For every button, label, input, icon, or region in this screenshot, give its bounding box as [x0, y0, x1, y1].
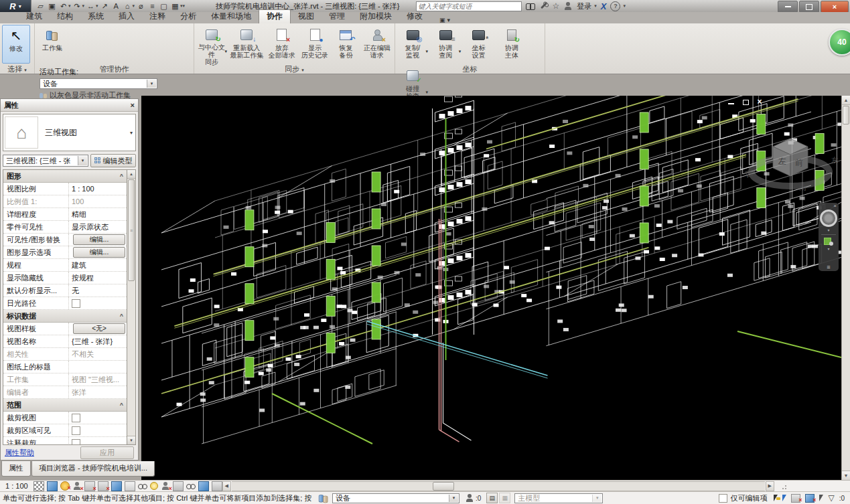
relinquish-all-button[interactable]: × 放弃全部请求 — [267, 25, 297, 66]
view-close-button[interactable]: × — [756, 98, 764, 106]
scroll-down-icon[interactable]: ▼ — [842, 471, 850, 480]
reveal-constraints-icon[interactable] — [212, 481, 222, 491]
vertical-scrollbar[interactable]: ▲ ▼ — [841, 96, 850, 480]
undo-dropdown-icon[interactable]: ▾ — [68, 3, 71, 9]
panel-label-select[interactable]: 选择 ▾ — [0, 65, 34, 74]
viewcube-left-label[interactable]: 左 — [778, 157, 786, 166]
tab-modify[interactable]: 修改 — [399, 10, 430, 23]
property-row[interactable]: 可见性/图形替换编辑... — [3, 234, 127, 246]
search-icon[interactable] — [526, 1, 535, 11]
subscription-icon[interactable] — [537, 0, 551, 13]
tab-structure[interactable]: 结构 — [50, 10, 80, 23]
redo-dropdown-icon[interactable]: ▾ — [82, 3, 85, 9]
tab-view[interactable]: 视图 — [291, 10, 322, 23]
property-row[interactable]: 视图比例1 : 100 — [3, 183, 127, 195]
property-row[interactable]: 裁剪区域可见 — [3, 424, 127, 437]
restore-button[interactable] — [799, 1, 819, 13]
property-row[interactable]: 视图样板<无> — [3, 323, 127, 335]
scroll-right-icon[interactable]: ▶ — [766, 481, 774, 491]
lock-3d-view-icon[interactable] — [125, 481, 135, 491]
properties-header[interactable]: 属性 × — [1, 99, 138, 112]
select-links-icon[interactable] — [774, 495, 778, 501]
tab-analyze[interactable]: 分析 — [173, 10, 204, 23]
show-crop-region-icon[interactable] — [111, 481, 122, 491]
design-options-icon[interactable]: ▤ — [486, 493, 498, 503]
filter-icon[interactable]: ▽ — [828, 494, 834, 502]
tab-architecture[interactable]: 建筑 — [19, 10, 50, 23]
worksharing-display-icon[interactable]: × — [161, 482, 170, 491]
wheel-dropdown-icon[interactable]: ▾ — [827, 228, 829, 232]
tab-annotate[interactable]: 注释 — [142, 10, 173, 23]
modify-button[interactable]: ↖ 修改 — [2, 25, 30, 64]
tab-massing-site[interactable]: 体量和场地 — [204, 10, 259, 23]
reveal-hidden-elements-icon[interactable] — [150, 482, 158, 490]
section-extents[interactable]: 范围^ — [3, 399, 127, 412]
viewcube-front-label[interactable]: 前 — [795, 158, 803, 167]
close-icon[interactable]: × — [131, 101, 135, 109]
resize-grip[interactable] — [778, 482, 788, 491]
property-row[interactable]: 裁剪视图 — [3, 412, 127, 424]
editing-requests-button[interactable]: × 正在编辑请求 — [362, 25, 393, 66]
property-row[interactable]: 详细程度精细 — [3, 208, 127, 221]
editable-only-checkbox[interactable] — [719, 494, 727, 503]
panel-label-synchronize[interactable]: 同步 ▾ — [194, 65, 395, 74]
show-history-button[interactable]: ● 显示历史记录 — [299, 25, 330, 66]
vertical-scroll-thumb[interactable] — [843, 106, 849, 124]
viewcube-south-label[interactable]: 南 — [799, 183, 806, 191]
scroll-up-icon[interactable]: ▲ — [127, 170, 135, 179]
tab-collaborate[interactable]: 协作 — [259, 9, 291, 23]
temporary-hide-isolate-icon[interactable] — [138, 482, 147, 491]
view-template-button[interactable]: <无> — [73, 323, 125, 334]
select-by-face-icon[interactable]: × — [805, 494, 814, 503]
property-row[interactable]: 图形显示选项编辑... — [3, 246, 127, 259]
coordination-review-button[interactable]: ≡ 协调查阅 ▾ — [430, 25, 461, 66]
communication-center-badge[interactable]: 40 — [829, 29, 850, 56]
coordination-settings-button[interactable]: * 坐标设置 — [464, 25, 494, 66]
tab-insert[interactable]: 插入 — [111, 10, 142, 23]
active-workset-select[interactable]: 设备 ▾ — [40, 78, 157, 89]
zoom-dropdown-icon[interactable]: ▾ — [827, 246, 829, 251]
close-button[interactable]: × — [821, 1, 849, 13]
property-row[interactable]: 注释裁剪 — [3, 437, 127, 445]
tab-addins[interactable]: 附加模块 — [352, 10, 399, 23]
instance-selector[interactable]: 三维视图: {三维 - 张 ▾ — [3, 155, 88, 167]
section-identity-data[interactable]: 标识数据^ — [3, 310, 127, 323]
user-icon[interactable] — [563, 1, 573, 11]
annotation-crop-checkbox[interactable] — [72, 439, 80, 446]
favorites-star-icon[interactable]: ☆ — [553, 1, 560, 11]
copy-monitor-button[interactable]: ◎ 复制/监视 ▾ — [397, 25, 428, 66]
tab-project-browser[interactable]: 项目浏览器 - 技师学院机电培训... — [31, 461, 155, 477]
shadows-icon[interactable]: × — [84, 481, 95, 491]
property-row[interactable]: 零件可见性显示原状态 — [3, 221, 127, 234]
properties-scrollbar[interactable]: ▲ ≡ ▼ — [127, 169, 136, 445]
collapse-icon[interactable]: ^ — [120, 313, 123, 319]
zoom-icon[interactable] — [824, 238, 833, 246]
highlight-displacement-icon[interactable] — [198, 481, 209, 491]
select-pinned-icon[interactable]: × — [791, 494, 800, 503]
worksets-button[interactable]: 工作集 — [37, 25, 68, 66]
scroll-up-icon[interactable]: ▲ — [842, 96, 850, 105]
edit-type-button[interactable]: 编辑类型 — [90, 154, 136, 167]
navbar-close-icon[interactable]: × — [833, 203, 837, 209]
tab-manage[interactable]: 管理 — [322, 10, 352, 23]
3d-view-dropdown-icon[interactable]: ▾ — [133, 3, 135, 9]
steering-wheel-icon[interactable] — [820, 209, 837, 227]
restore-backup-button[interactable]: ↶ 恢复备份 — [332, 25, 359, 66]
view-minimize-button[interactable] — [727, 98, 735, 106]
property-row[interactable]: 规程建筑 — [3, 259, 127, 272]
search-input[interactable] — [416, 1, 522, 11]
reload-latest-button[interactable]: ↓ 重新载入最新工作集 — [229, 25, 264, 66]
crop-visible-checkbox[interactable] — [72, 426, 80, 435]
exchange-apps-icon[interactable]: X — [601, 1, 607, 11]
temporary-view-properties-icon[interactable] — [173, 481, 184, 491]
sun-path-checkbox[interactable] — [72, 299, 80, 308]
scroll-down-icon[interactable]: ▼ — [127, 436, 135, 444]
property-row[interactable]: 图纸上的标题 — [3, 361, 127, 373]
collapse-icon[interactable]: ^ — [120, 402, 123, 408]
drawing-area[interactable]: 左 前 南 西 东 × × ▾ ▾ ≡ — [141, 96, 841, 480]
horizontal-scroll-thumb[interactable] — [433, 482, 454, 491]
view-restore-button[interactable] — [741, 98, 750, 106]
ribbon-state-toggle[interactable]: ▣▾ — [437, 17, 453, 23]
detail-level-icon[interactable] — [47, 481, 58, 491]
sync-with-central-button[interactable]: ↻ 与中心文件同步 ▾ — [196, 25, 227, 66]
